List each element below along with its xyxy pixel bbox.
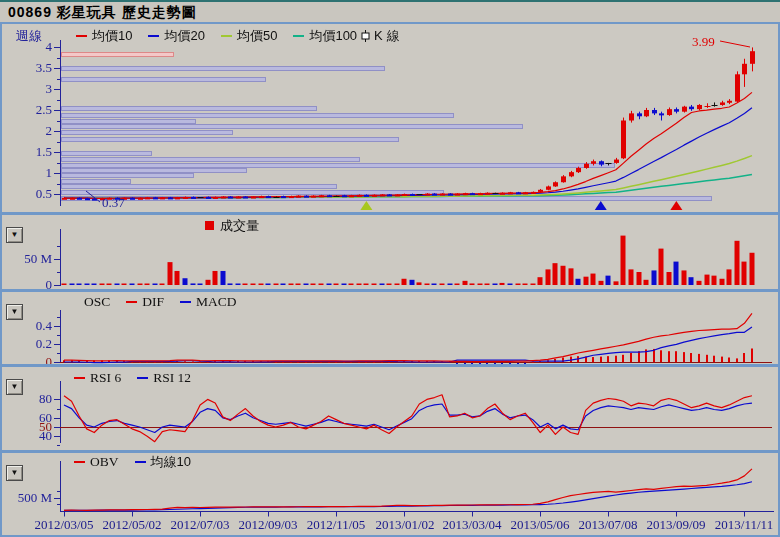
date-label: 2013/11/11 [715,517,773,533]
main-chart-panel: 週線 均價10 均價20 均價50 均價100 K 線 [2,24,778,212]
obv-panel: ▼ OBV 均線10 2012/03/05 2012/05/02 2012/07… [2,453,778,535]
main-chart-canvas [2,24,778,212]
title-bar: 00869 彩星玩具 歷史走勢圖 [0,2,780,22]
macd-chart-canvas [2,292,778,364]
date-label: 2013/09/09 [646,517,705,533]
date-label: 2012/11/05 [307,517,366,533]
date-label: 2013/07/08 [578,517,637,533]
rsi-panel: ▼ RSI 6 RSI 12 [2,367,778,450]
triangle-down-icon: ▼ [11,382,19,391]
triangle-down-icon: ▼ [11,230,19,239]
date-label: 2012/07/03 [170,517,229,533]
macd-panel: ▼ OSC DIF MACD [2,292,778,364]
volume-panel-collapse-button[interactable]: ▼ [6,227,23,243]
volume-chart-canvas [2,215,778,289]
date-label: 2012/09/03 [238,517,297,533]
triangle-down-icon: ▼ [11,307,19,316]
date-label: 2013/03/04 [442,517,501,533]
date-label: 2013/01/02 [375,517,434,533]
window-title: 00869 彩星玩具 歷史走勢圖 [8,4,197,20]
volume-panel: ▼ 成交量 [2,215,778,289]
macd-panel-collapse-button[interactable]: ▼ [6,304,23,320]
app-window: 00869 彩星玩具 歷史走勢圖 週線 均價10 均價20 均價50 均價100… [0,0,780,537]
triangle-down-icon: ▼ [11,468,19,477]
obv-panel-collapse-button[interactable]: ▼ [6,465,23,481]
date-label: 2012/03/05 [34,517,93,533]
date-label: 2012/05/02 [102,517,161,533]
date-label: 2013/05/06 [510,517,569,533]
rsi-chart-canvas [2,367,778,450]
x-axis-date-labels: 2012/03/05 2012/05/02 2012/07/03 2012/09… [2,517,778,534]
rsi-panel-collapse-button[interactable]: ▼ [6,379,23,395]
